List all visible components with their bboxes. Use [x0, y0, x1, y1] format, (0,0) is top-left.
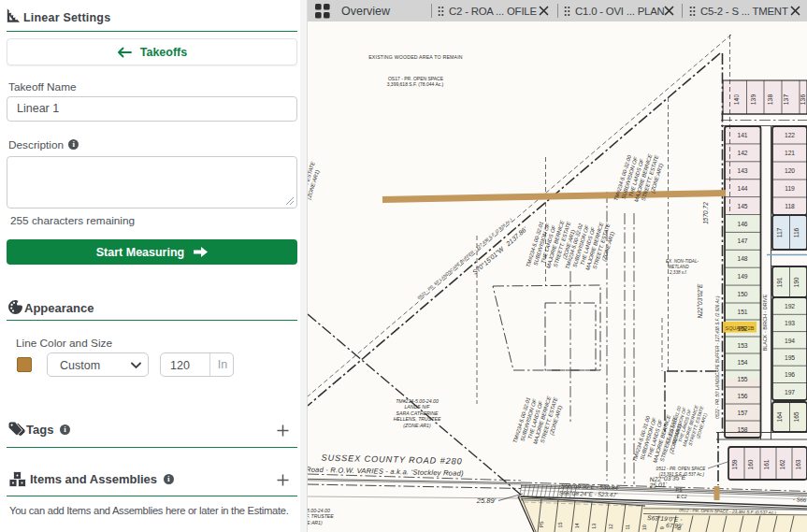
svg-text:152: 152 [737, 325, 747, 332]
svg-text:122: 122 [785, 132, 795, 138]
svg-text:1570.72: 1570.72 [702, 202, 709, 224]
svg-text:151: 151 [737, 309, 747, 315]
svg-text:157: 157 [737, 410, 747, 416]
svg-text:155: 155 [737, 376, 747, 382]
svg-text:2,338 s.f.: 2,338 s.f. [669, 270, 687, 275]
svg-text:162: 162 [779, 459, 785, 469]
svg-text:(ZONE:AR1): (ZONE:AR1) [308, 520, 323, 525]
svg-text:145: 145 [737, 203, 747, 209]
svg-text:143: 143 [737, 167, 747, 174]
svg-text:11: 11 [625, 525, 630, 530]
svg-text:158: 158 [737, 426, 747, 433]
svg-text:141: 141 [737, 132, 747, 138]
svg-text:153: 153 [737, 342, 747, 349]
svg-text:193: 193 [785, 320, 795, 326]
svg-text:164: 164 [776, 411, 783, 422]
svg-text:190: 190 [793, 277, 800, 287]
svg-text:163: 163 [795, 459, 801, 469]
svg-text:(ZONE:AR1): (ZONE:AR1) [403, 423, 431, 428]
svg-text:120: 120 [785, 167, 795, 174]
svg-text:SARA CATHERINE: SARA CATHERINE [396, 410, 440, 416]
svg-text:154: 154 [737, 359, 747, 366]
svg-text:137: 137 [783, 94, 789, 106]
svg-text:159: 159 [731, 459, 738, 469]
svg-text:139: 139 [750, 94, 757, 106]
svg-text:0512 - PR. OPEN SPACE: 0512 - PR. OPEN SPACE [656, 467, 707, 471]
svg-text:BLACK - BIRCH - DRIVE: BLACK - BIRCH - DRIVE [762, 294, 768, 351]
svg-text:149: 149 [737, 273, 747, 280]
svg-text:161: 161 [763, 459, 770, 469]
svg-text:0522 - PR. 50’ LANDSCAPE BUFFE: 0522 - PR. 50’ LANDSCAPE BUFFER - 127,43… [715, 295, 720, 419]
svg-text:194: 194 [785, 338, 795, 344]
svg-text:192: 192 [785, 303, 795, 309]
svg-text:136: 136 [800, 94, 806, 106]
svg-text:12: 12 [608, 524, 613, 529]
svg-text:140: 140 [733, 94, 740, 106]
svg-text:191: 191 [776, 277, 783, 287]
svg-text:3,399,618 S.F. (78.044 Ac.): 3,399,618 S.F. (78.044 Ac.) [387, 81, 444, 87]
svg-text:25.89’: 25.89’ [476, 496, 497, 505]
svg-text:TM#234-5.00-24.00: TM#234-5.00-24.00 [396, 398, 439, 404]
svg-text:P.S: P.S [675, 488, 683, 493]
svg-text:118: 118 [785, 203, 795, 209]
svg-text:(23,391 S.F. (0.537 Ac.): (23,391 S.F. (0.537 Ac.) [659, 472, 705, 477]
svg-text:LANDS N/F, TRUSTEE: LANDS N/F, TRUSTEE [308, 513, 334, 519]
svg-text:13: 13 [591, 524, 597, 529]
svg-text:121: 121 [785, 150, 795, 156]
svg-text:146: 146 [737, 221, 747, 227]
svg-text:196: 196 [785, 371, 795, 378]
svg-text:PS: PS [539, 521, 544, 528]
svg-text:25.01’: 25.01’ [648, 481, 667, 488]
svg-text:TM#234-5.00-24.00: TM#234-5.00-24.00 [308, 508, 330, 513]
svg-text:148: 148 [737, 255, 747, 262]
svg-text:10: 10 [641, 525, 647, 530]
svg-text:138: 138 [767, 94, 773, 106]
svg-text:LANDS N/F: LANDS N/F [404, 404, 430, 410]
svg-text:14: 14 [574, 523, 580, 528]
svg-text:156: 156 [737, 393, 747, 399]
svg-text:WETLAND: WETLAND [668, 265, 689, 269]
svg-text:EX. NON-TIDAL-: EX. NON-TIDAL- [666, 259, 699, 264]
svg-text:165: 165 [793, 411, 800, 422]
svg-text:144: 144 [737, 185, 747, 192]
svg-text:E.C2: E.C2 [677, 495, 687, 499]
svg-text:119: 119 [785, 185, 795, 192]
svg-text:N22°03’02”E: N22°03’02”E [697, 283, 703, 319]
svg-text:147: 147 [737, 237, 747, 244]
svg-text:195: 195 [785, 354, 795, 361]
svg-text:150: 150 [737, 291, 747, 297]
svg-text:8: 8 [676, 527, 682, 530]
svg-text:160: 160 [747, 459, 754, 469]
svg-text:117: 117 [776, 227, 783, 237]
svg-text:197: 197 [785, 389, 795, 395]
svg-text:HELLENS, TRUSTEE: HELLENS, TRUSTEE [394, 416, 441, 422]
svg-text:142: 142 [737, 150, 747, 156]
svg-text:- S66: - S66 [793, 496, 807, 503]
svg-text:9: 9 [659, 526, 665, 529]
svg-text:15: 15 [557, 523, 563, 528]
svg-text:EXISTING WOODED AREA TO REMAIN: EXISTING WOODED AREA TO REMAIN [368, 54, 463, 60]
svg-text:116: 116 [793, 227, 800, 237]
